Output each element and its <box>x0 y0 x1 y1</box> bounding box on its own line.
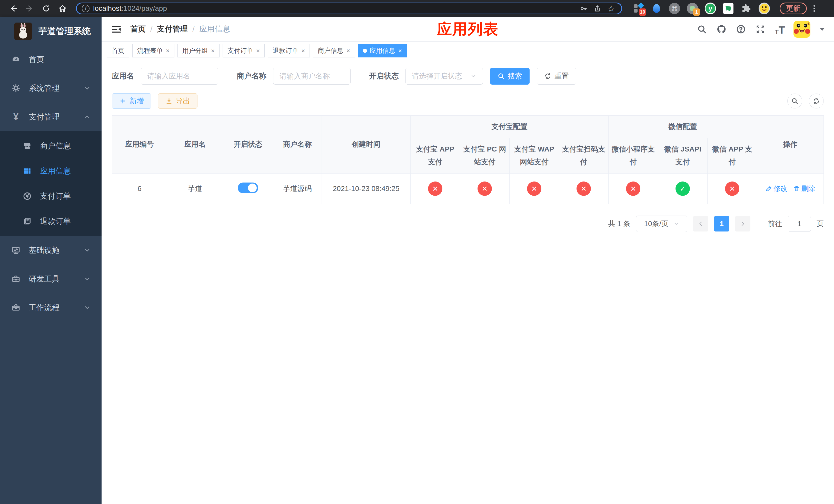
chevron-left-icon <box>698 221 704 227</box>
home-icon[interactable] <box>56 1 70 16</box>
tab-app-info[interactable]: 应用信息× <box>358 44 407 58</box>
plus-icon <box>119 97 127 105</box>
sidebar-item-dev-tools[interactable]: 研发工具 <box>0 265 102 293</box>
tab-merchant-info[interactable]: 商户信息× <box>313 44 355 58</box>
next-page-button[interactable] <box>735 216 750 231</box>
col-alipay-app: 支付宝 APP 支付 <box>411 138 460 174</box>
monitor-icon <box>11 246 21 255</box>
close-icon[interactable]: × <box>256 47 260 54</box>
bookmark-star-icon[interactable]: ☆ <box>606 3 616 14</box>
page-size-value: 10条/页 <box>644 219 668 229</box>
url-text[interactable]: localhost:1024/pay/app <box>93 4 575 13</box>
page-number-button[interactable]: 1 <box>714 216 729 231</box>
sidebar-item-workflow[interactable]: 工作流程 <box>0 293 102 322</box>
sidebar-item-infra[interactable]: 基础设施 <box>0 236 102 265</box>
chrome-update-button[interactable]: 更新 <box>780 3 807 14</box>
sidebar-item-payment[interactable]: ¥ 支付管理 <box>0 102 102 131</box>
status-label: 开启状态 <box>369 71 399 81</box>
close-icon[interactable]: × <box>398 47 402 54</box>
extension-blocks-icon[interactable]: 10 <box>633 3 644 14</box>
toggle-search-button[interactable] <box>787 94 802 109</box>
sidebar-item-pay-order[interactable]: 支付订单 <box>0 184 102 209</box>
status-select[interactable]: 请选择开启状态 <box>405 68 483 85</box>
extension-balloon-icon[interactable] <box>651 3 662 14</box>
close-icon[interactable]: × <box>347 47 350 54</box>
sidebar-item-system[interactable]: 系统管理 <box>0 74 102 102</box>
github-icon[interactable] <box>716 23 727 35</box>
sidebar-item-label: 首页 <box>29 54 91 65</box>
extension-chat-icon[interactable] <box>723 3 734 14</box>
cell-enabled <box>223 173 273 204</box>
extension-green-y-icon[interactable]: y <box>705 3 716 14</box>
search-icon <box>791 97 798 105</box>
refresh-table-button[interactable] <box>809 94 824 109</box>
chevron-right-icon <box>740 221 746 227</box>
shop-icon <box>23 141 32 151</box>
close-icon[interactable]: × <box>301 47 305 54</box>
chrome-menu-icon[interactable] <box>813 5 815 12</box>
sidebar-item-label: 商户信息 <box>40 141 91 151</box>
extensions-puzzle-icon[interactable] <box>741 3 752 14</box>
extensions-row: 10 ⌘ 1 y <box>633 3 770 14</box>
sidebar-item-app-info[interactable]: 应用信息 <box>0 158 102 184</box>
export-button[interactable]: 导出 <box>158 93 197 109</box>
col-wx-jsapi: 微信 JSAPI 支付 <box>658 138 707 174</box>
reload-icon[interactable] <box>39 1 53 16</box>
help-icon[interactable] <box>735 23 747 35</box>
prev-page-button[interactable] <box>693 216 708 231</box>
goto-label: 前往 <box>768 219 782 229</box>
merchant-name-input[interactable] <box>273 68 351 85</box>
page-content: 应用名 商户名称 开启状态 请选择开启状态 搜索 重置 <box>102 60 834 504</box>
site-info-icon[interactable]: i <box>82 5 89 12</box>
search-button[interactable]: 搜索 <box>490 68 530 85</box>
fullscreen-icon[interactable] <box>754 23 766 35</box>
page-size-select[interactable]: 10条/页 <box>636 215 687 232</box>
enabled-toggle[interactable] <box>238 183 258 193</box>
sidebar-collapse-icon[interactable] <box>111 24 122 35</box>
close-icon[interactable]: × <box>211 47 215 54</box>
user-avatar[interactable] <box>793 21 810 38</box>
sidebar-item-home[interactable]: 首页 <box>0 45 102 74</box>
tab-process-form[interactable]: 流程表单× <box>132 44 174 58</box>
app-logo[interactable]: 芋道管理系统 <box>0 17 102 45</box>
chevron-down-icon[interactable] <box>820 28 825 31</box>
tab-user-group[interactable]: 用户分组× <box>177 44 220 58</box>
app-name-input[interactable] <box>141 68 218 85</box>
reset-button[interactable]: 重置 <box>537 68 576 85</box>
pay-order-icon <box>23 191 32 201</box>
extension-camera-icon[interactable]: 1 <box>687 3 698 14</box>
chevron-down-icon <box>470 73 477 79</box>
delete-button[interactable]: 删除 <box>793 184 815 193</box>
tab-pay-order[interactable]: 支付订单× <box>223 44 265 58</box>
back-icon[interactable] <box>6 1 21 16</box>
close-icon[interactable]: × <box>166 47 170 54</box>
search-icon <box>498 72 505 80</box>
forward-icon[interactable] <box>23 1 37 16</box>
refresh-icon <box>544 72 551 80</box>
sidebar-item-label: 应用信息 <box>40 166 91 176</box>
chevron-down-icon <box>674 221 679 227</box>
add-button[interactable]: 新增 <box>112 93 151 109</box>
merchant-name-label: 商户名称 <box>237 71 266 81</box>
sidebar-item-refund-order[interactable]: 退款订单 <box>0 209 102 234</box>
extension-command-icon[interactable]: ⌘ <box>669 3 680 14</box>
goto-page-input[interactable] <box>788 216 811 232</box>
url-bar[interactable]: i localhost:1024/pay/app ☆ <box>76 3 622 14</box>
sidebar-item-label: 退款订单 <box>40 216 91 227</box>
breadcrumb-separator: / <box>150 25 152 33</box>
font-size-icon[interactable]: TT <box>774 23 786 35</box>
tab-label: 流程表单 <box>137 46 163 55</box>
top-navbar: 首页 / 支付管理 / 应用信息 应用列表 TT <box>102 17 834 42</box>
edit-button[interactable]: 修改 <box>766 184 788 193</box>
tag-view-bar: 首页 流程表单× 用户分组× 支付订单× 退款订单× 商户信息× 应用信息× <box>102 42 834 60</box>
share-icon[interactable] <box>592 3 602 14</box>
password-key-icon[interactable] <box>578 3 589 14</box>
search-icon[interactable] <box>696 23 708 35</box>
table-grid-icon <box>23 166 32 176</box>
breadcrumb-home[interactable]: 首页 <box>130 24 146 35</box>
tab-refund-order[interactable]: 退款订单× <box>268 44 310 58</box>
profile-avatar[interactable] <box>759 3 770 14</box>
breadcrumb-payment[interactable]: 支付管理 <box>157 24 188 35</box>
tab-home[interactable]: 首页 <box>107 44 129 58</box>
sidebar-item-merchant-info[interactable]: 商户信息 <box>0 133 102 158</box>
